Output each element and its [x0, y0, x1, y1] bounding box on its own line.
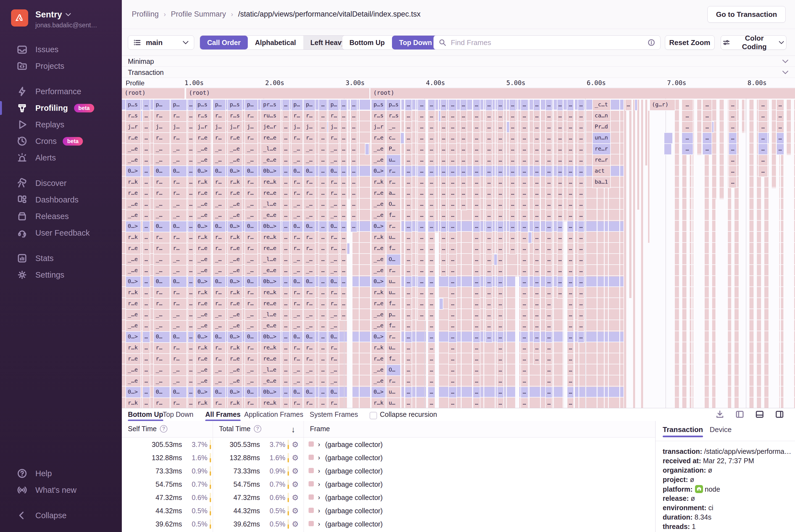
flame-frame[interactable]: … [282, 332, 289, 342]
flame-frame[interactable]: … [449, 365, 456, 375]
flame-frame[interactable]: … [319, 122, 327, 132]
flame-frame[interactable]: _…e [372, 376, 385, 386]
flame-frame[interactable]: … [143, 321, 150, 331]
flame-frame[interactable]: r… [291, 232, 302, 243]
flame-frame[interactable]: … [578, 100, 584, 110]
flame-frame[interactable]: … [729, 177, 736, 188]
flame-frame[interactable]: 0… [245, 387, 258, 398]
flame-frame[interactable]: … [521, 288, 528, 298]
sidebar-item-alerts[interactable]: Alerts [0, 149, 122, 166]
flame-frame[interactable]: … [557, 199, 563, 210]
flame-frame[interactable]: … [319, 166, 327, 176]
flame-frame[interactable]: … [418, 155, 425, 166]
flame-frame[interactable]: r…k [126, 343, 141, 353]
flame-frame[interactable]: r… [291, 343, 302, 353]
flame-frame[interactable]: … [521, 365, 528, 375]
flame-frame[interactable]: … [428, 177, 435, 188]
flame-frame[interactable]: re…k [261, 343, 280, 353]
flame-frame[interactable]: p… [328, 100, 339, 110]
flame-frame[interactable]: r…s [387, 111, 400, 121]
flame-frame[interactable]: _… [291, 199, 302, 210]
flame-frame[interactable]: … [282, 111, 289, 121]
flame-frame[interactable]: f… [387, 210, 400, 221]
flame-frame[interactable]: _… [291, 376, 302, 386]
flame-root-frame[interactable]: (root) [371, 88, 795, 99]
flame-frame[interactable]: … [546, 277, 552, 287]
flame-frame[interactable]: … [497, 221, 503, 232]
flame-frame[interactable]: … [567, 122, 573, 132]
flame-frame[interactable]: _… [171, 254, 187, 265]
flame-frame[interactable]: … [428, 332, 435, 342]
total-time-header[interactable]: Total Time? [219, 425, 261, 433]
flame-frame[interactable]: _…e [126, 144, 141, 154]
flame-frame[interactable]: … [777, 133, 783, 144]
flame-frame[interactable]: … [546, 221, 552, 232]
flame-frame[interactable]: … [460, 188, 467, 198]
flame-frame[interactable]: p…s [195, 100, 211, 110]
flame-frame[interactable]: … [703, 100, 712, 110]
frame-header[interactable]: Frame [310, 425, 330, 433]
flame-frame[interactable]: … [460, 122, 467, 132]
flame-frame[interactable]: … [534, 232, 540, 243]
flame-frame[interactable]: … [143, 221, 150, 232]
flame-frame[interactable]: _… [213, 144, 225, 154]
flame-frame[interactable]: … [188, 288, 193, 298]
flame-frame[interactable]: … [510, 210, 516, 221]
flame-frame[interactable]: … [567, 299, 573, 309]
flame-frame[interactable]: … [405, 133, 412, 144]
flame-frame[interactable]: _…e [195, 365, 211, 375]
flame-frame[interactable]: … [578, 210, 584, 221]
flame-frame[interactable]: _… [328, 365, 339, 375]
flame-frame[interactable]: … [557, 144, 563, 154]
flame-frame[interactable]: r… [304, 343, 315, 353]
table-row[interactable]: 305.53ms3.7%305.53ms3.7%⚙›(garbage colle… [122, 438, 655, 451]
flame-frame[interactable]: … [341, 111, 347, 121]
flame-frame[interactable]: … [473, 376, 480, 386]
flame-frame[interactable]: … [534, 343, 540, 353]
flame-frame[interactable]: … [497, 398, 503, 408]
flame-frame[interactable]: r… [291, 177, 302, 188]
flame-frame[interactable]: _… [245, 210, 258, 221]
flame-frame[interactable]: … [449, 288, 456, 298]
flame-frame[interactable]: … [405, 166, 412, 176]
flame-frame[interactable]: … [188, 100, 193, 110]
flame-frame[interactable]: … [486, 166, 492, 176]
flame-frame[interactable]: _… [171, 365, 187, 375]
flame-frame[interactable]: … [428, 243, 435, 254]
flame-frame[interactable]: … [521, 210, 528, 221]
flame-frame[interactable]: … [567, 398, 573, 408]
flame-frame[interactable]: r…k [372, 177, 385, 188]
flame-frame[interactable]: _… [154, 144, 170, 154]
flame-frame[interactable]: … [534, 332, 540, 342]
flame-frame[interactable]: … [341, 133, 347, 144]
flame-frame[interactable]: 0… [213, 221, 225, 232]
flame-frame[interactable]: 0… [213, 332, 225, 342]
flame-frame[interactable]: _… [154, 254, 170, 265]
flame-frame[interactable]: r…e [372, 133, 385, 144]
flame-frame[interactable]: … [534, 299, 540, 309]
flame-frame[interactable]: … [703, 111, 712, 121]
flame-frame[interactable]: 0b…> [261, 166, 280, 176]
flame-frame[interactable]: 0… [304, 221, 315, 232]
flame-frame[interactable]: _…e [195, 321, 211, 331]
flame-frame[interactable]: re…e [261, 188, 280, 198]
flame-frame[interactable]: _c…t [593, 100, 610, 110]
flame-frame[interactable]: 0…> [126, 332, 141, 342]
flame-frame[interactable]: … [557, 155, 563, 166]
dock-bottom-icon[interactable] [755, 410, 764, 419]
flame-frame[interactable]: … [521, 343, 528, 353]
flame-frame[interactable]: … [497, 288, 503, 298]
flame-frame[interactable]: … [460, 111, 467, 121]
flame-frame[interactable]: r…k [228, 232, 242, 243]
flame-frame[interactable]: _… [213, 310, 225, 320]
flame-frame[interactable]: … [428, 122, 435, 132]
flame-frame[interactable]: … [521, 188, 528, 198]
flame-frame[interactable]: … [546, 111, 552, 121]
flame-frame[interactable]: … [567, 254, 573, 265]
flame-frame[interactable]: … [441, 221, 446, 232]
flame-frame[interactable]: … [567, 277, 573, 287]
frame-settings-gear-icon[interactable]: ⚙ [292, 506, 299, 515]
flame-frame[interactable]: … [777, 144, 783, 154]
flame-frame[interactable]: u… [387, 387, 400, 398]
flame-frame[interactable]: 0… [328, 166, 339, 176]
